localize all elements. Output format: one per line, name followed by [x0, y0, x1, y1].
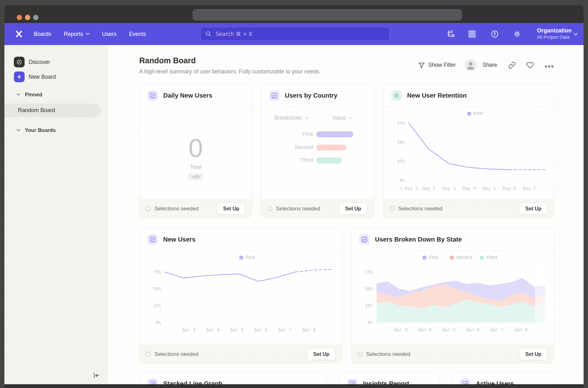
nav-item-boards[interactable]: Boards: [34, 31, 51, 37]
set-up-button[interactable]: Set Up: [217, 203, 245, 215]
country-bar-label: Third: [261, 157, 313, 163]
svg-text:Second: Second: [456, 254, 472, 260]
card-users-by-country: Users by Country Breakdown Value First S…: [261, 84, 374, 218]
sidebar-section-label: Pinned: [25, 92, 42, 98]
svg-text:75%: 75%: [365, 270, 373, 275]
card-header: Active Users: [452, 373, 554, 384]
svg-text:< Day 1: < Day 1: [399, 186, 418, 191]
sidebar-section-pinned[interactable]: Pinned: [16, 92, 42, 98]
chevron-down-icon: [349, 117, 352, 119]
help-icon[interactable]: ?: [491, 30, 499, 38]
svg-text:?: ?: [493, 31, 496, 37]
new-users-line-chart: 0%25%50%75%Apr 3Apr 4Apr 5Apr 6Apr 7Apr …: [145, 254, 337, 333]
svg-text:75%: 75%: [153, 270, 161, 275]
card-title: Active Users: [476, 380, 514, 384]
card-header: Users Broken Down By State: [351, 229, 554, 250]
board-main-content: Random Board A high-level summary of use…: [107, 45, 584, 384]
card-header: New Users: [140, 229, 342, 250]
apps-grid-icon[interactable]: [468, 30, 476, 38]
set-up-button[interactable]: Set Up: [519, 203, 548, 215]
org-name: Organization: [537, 27, 572, 34]
filter-funnel-icon[interactable]: [418, 61, 425, 69]
country-bar: [316, 131, 353, 137]
chevron-down-icon: [16, 93, 20, 96]
svg-text:Apr 8: Apr 8: [514, 327, 527, 332]
sidebar-item-label: New Board: [29, 74, 56, 80]
more-options-ellipsis-icon[interactable]: [545, 63, 554, 70]
favorite-heart-icon[interactable]: [526, 61, 534, 69]
card-title: New User Retention: [407, 92, 467, 99]
browser-window: Boards Reports Users Events Search ⌘ + K: [4, 5, 584, 388]
chevron-down-icon: [574, 33, 578, 36]
window-bottom-edge: [4, 384, 584, 388]
svg-text:Day 4: Day 4: [463, 186, 476, 191]
sidebar-item-new-board[interactable]: New Board: [14, 71, 56, 82]
copy-link-icon[interactable]: [508, 61, 516, 69]
breakdown-dropdown[interactable]: Breakdown: [274, 115, 309, 121]
status-circle-icon: [146, 352, 151, 357]
svg-text:Apr 7: Apr 7: [490, 327, 504, 332]
org-project-switcher[interactable]: Organization All Project Data: [537, 27, 572, 40]
svg-text:0%: 0%: [156, 320, 161, 325]
sidebar-item-random-board[interactable]: Random Board: [4, 104, 101, 117]
chevron-down-icon: [16, 129, 20, 132]
line-chart-icon: [359, 234, 370, 245]
mixpanel-logo-icon[interactable]: [15, 30, 23, 38]
avatar[interactable]: [465, 59, 476, 71]
search-input[interactable]: Search ⌘ + K: [200, 27, 390, 41]
card-header: Stacked Line Graph: [140, 373, 326, 384]
country-bar: [316, 145, 346, 151]
status-circle-icon: [358, 352, 362, 357]
screen: Boards Reports Users Events Search ⌘ + K: [0, 0, 588, 388]
svg-text:Apr 6: Apr 6: [254, 327, 268, 332]
traffic-light-minimize-button[interactable]: [25, 15, 30, 20]
sidebar: Discover New Board Pinned Random Board: [4, 45, 107, 384]
card-active-users: Active Users: [452, 373, 554, 384]
traffic-light-zoom-button[interactable]: [33, 15, 38, 20]
show-filter-button[interactable]: Show Filter: [428, 62, 456, 68]
card-footer: Selections needed Set Up: [140, 345, 342, 363]
svg-text:Apr 5: Apr 5: [442, 327, 455, 332]
dropdown-label: Value: [332, 115, 346, 121]
nav-item-events[interactable]: Events: [129, 31, 146, 37]
share-button[interactable]: Share: [482, 62, 497, 68]
traffic-light-close-button[interactable]: [17, 15, 22, 20]
card-header: New User Retention: [383, 85, 554, 106]
collapse-sidebar-icon[interactable]: [93, 372, 100, 379]
svg-text:25%: 25%: [153, 303, 161, 308]
country-bar-label: First: [261, 131, 313, 137]
line-chart-icon: [147, 234, 158, 245]
card-header: Insights Report: [339, 373, 439, 384]
selections-needed-status: Selections needed: [366, 351, 410, 357]
sidebar-section-your-boards[interactable]: Your Boards: [16, 127, 56, 133]
chevron-down-icon: [305, 117, 309, 119]
sidebar-item-discover[interactable]: Discover: [14, 57, 50, 67]
set-up-button[interactable]: Set Up: [339, 203, 367, 215]
page-subtitle: A high-level summary of user behaviors. …: [139, 68, 321, 75]
svg-text:Apr 6: Apr 6: [466, 327, 480, 332]
card-title: New Users: [163, 236, 195, 243]
set-up-button[interactable]: Set Up: [307, 348, 336, 360]
sidebar-item-label: Random Board: [18, 107, 55, 114]
nav-item-label: Users: [102, 31, 117, 37]
data-management-icon[interactable]: [447, 30, 455, 38]
svg-text:Day 6: Day 6: [503, 186, 516, 191]
search-placeholder: Search ⌘ + K: [216, 31, 252, 37]
svg-text:25%: 25%: [397, 159, 405, 164]
app-body: Discover New Board Pinned Random Board: [4, 45, 584, 384]
line-chart-icon: [147, 379, 158, 384]
status-circle-icon: [390, 206, 395, 211]
set-up-button[interactable]: Set Up: [519, 348, 548, 360]
card-stacked-line-graph: Stacked Line Graph: [139, 373, 326, 384]
nav-item-users[interactable]: Users: [102, 31, 117, 37]
svg-text:Apr 4: Apr 4: [206, 327, 219, 332]
nav-item-reports[interactable]: Reports: [64, 31, 89, 37]
chevron-down-icon: [86, 33, 89, 35]
nav-item-label: Reports: [64, 31, 83, 37]
svg-text:First: First: [474, 111, 483, 116]
settings-gear-icon[interactable]: [513, 30, 521, 38]
svg-text:Day 7: Day 7: [523, 186, 536, 191]
card-footer: Selections needed Set Up: [383, 199, 554, 218]
value-dropdown[interactable]: Value: [332, 115, 352, 121]
address-bar[interactable]: [193, 9, 462, 20]
